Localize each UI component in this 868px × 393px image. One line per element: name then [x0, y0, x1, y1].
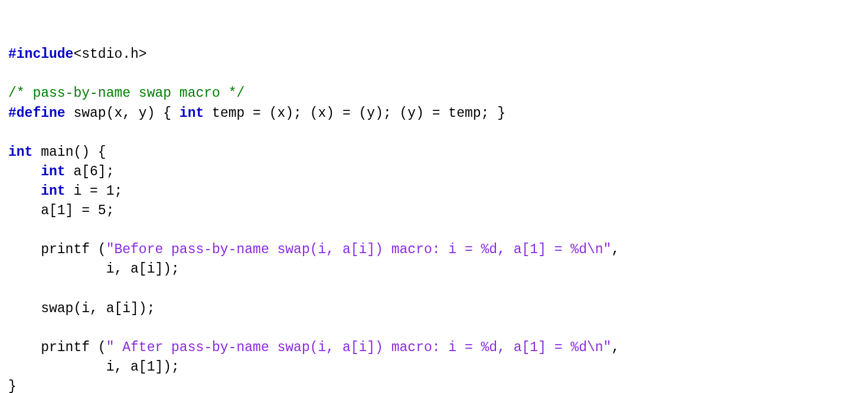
string-before: "Before pass-by-name swap(i, a[i]) macro…: [106, 242, 612, 257]
code-block: #include<stdio.h> /* pass-by-name swap m…: [8, 45, 860, 393]
printf-after-a: printf (: [8, 340, 106, 355]
include-header: <stdio.h>: [73, 47, 146, 62]
decl-array: a[6];: [66, 164, 115, 179]
printf-before-b: ,: [611, 242, 619, 257]
printf-after-b: ,: [611, 340, 619, 355]
printf-before-args: i, a[i]);: [8, 261, 180, 277]
assign-a1: a[1] = 5;: [8, 203, 114, 218]
keyword-int: int: [41, 164, 65, 179]
string-after: " After pass-by-name swap(i, a[i]) macro…: [106, 340, 612, 355]
define-body-b: temp = (x); (x) = (y); (y) = temp; }: [204, 106, 505, 121]
keyword-int: int: [8, 145, 32, 160]
printf-after-args: i, a[1]);: [8, 359, 180, 375]
decl-i: i = 1;: [66, 184, 123, 199]
indent: [8, 164, 41, 179]
printf-before-a: printf (: [8, 242, 106, 257]
preproc-include: #include: [8, 47, 73, 62]
define-body-a: swap(x, y) {: [66, 106, 180, 121]
indent: [8, 184, 41, 199]
keyword-int: int: [180, 106, 204, 121]
keyword-int: int: [41, 184, 65, 199]
closing-brace: }: [8, 379, 17, 393]
preproc-define: #define: [8, 106, 66, 121]
comment-swap-macro: /* pass-by-name swap macro */: [8, 86, 244, 101]
main-decl: main() {: [32, 145, 106, 160]
swap-call: swap(i, a[i]);: [8, 301, 155, 316]
